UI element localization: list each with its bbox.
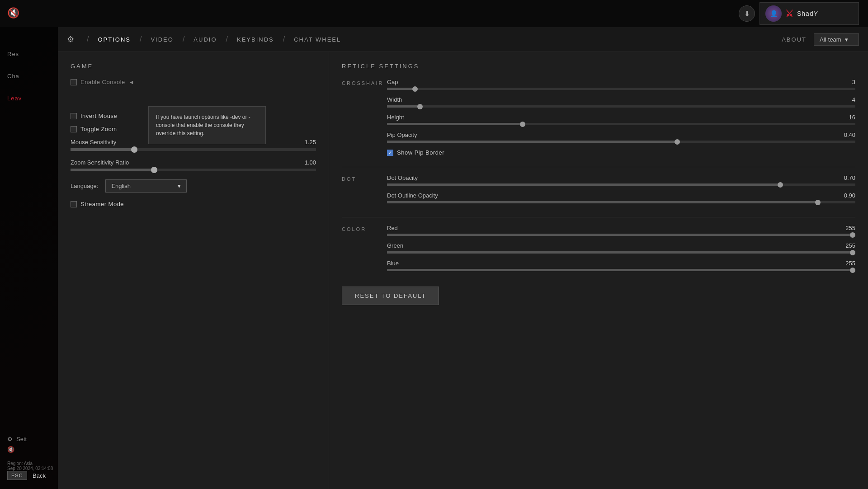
- gap-label: Gap: [387, 79, 398, 85]
- show-pip-border-row: ✓ Show Pip Border: [387, 149, 855, 156]
- red-track[interactable]: [387, 234, 855, 236]
- sidebar-settings[interactable]: ⚙ Sett: [7, 436, 52, 442]
- reset-to-default-button[interactable]: RESET TO DEFAULT: [342, 287, 439, 305]
- pip-opacity-value: 0.40: [844, 132, 855, 138]
- width-slider-row: Width 4: [387, 96, 855, 108]
- gap-track[interactable]: [387, 88, 855, 90]
- mouse-sensitivity-track[interactable]: [71, 148, 316, 151]
- user-emblem: ⚔: [785, 8, 793, 19]
- tab-options[interactable]: OPTIONS: [94, 34, 134, 45]
- streamer-mode-checkbox[interactable]: [71, 201, 77, 207]
- crosshair-controls: Gap 3 Width 4: [387, 79, 855, 160]
- region-info: Region: Asia Sep 20 2024, 02:14:08: [7, 461, 53, 471]
- width-label: Width: [387, 96, 402, 103]
- dot-section: DOT Dot Opacity 0.70: [342, 174, 855, 210]
- user-name: ShadY: [797, 10, 818, 17]
- nav-sep-2: /: [183, 35, 184, 43]
- sidebar-volume[interactable]: 🔇: [7, 446, 52, 453]
- width-track[interactable]: [387, 105, 855, 108]
- red-value: 255: [845, 225, 855, 231]
- sidebar-bottom: ⚙ Sett 🔇: [0, 436, 59, 453]
- divider-2: [342, 217, 855, 217]
- crosshair-section: CROSSHAIR Gap 3: [342, 79, 855, 160]
- green-label: Green: [387, 242, 403, 249]
- height-track[interactable]: [387, 123, 855, 125]
- content-area: GAME Enable Console ◄ If you have launch…: [58, 52, 868, 489]
- dot-outline-opacity-track[interactable]: [387, 201, 855, 203]
- width-value: 4: [852, 96, 855, 103]
- all-team-dropdown[interactable]: All-team ▾: [814, 33, 859, 46]
- pip-opacity-label: Pip Opacity: [387, 132, 417, 138]
- tooltip-box: If you have launch options like -dev or …: [148, 106, 266, 144]
- green-slider-row: Green 255: [387, 242, 855, 254]
- blue-track[interactable]: [387, 269, 855, 271]
- language-select[interactable]: English ▾: [105, 179, 187, 193]
- enable-console-checkbox[interactable]: [71, 79, 77, 85]
- red-slider-row: Red 255: [387, 225, 855, 236]
- mouse-sensitivity-label: Mouse Sensitivity: [71, 139, 116, 146]
- download-icon[interactable]: ⬇: [739, 5, 755, 22]
- color-controls: Red 255 Green 255: [387, 225, 855, 277]
- tab-video[interactable]: VIDEO: [147, 34, 177, 45]
- nav-sep-0: /: [87, 35, 89, 43]
- toggle-zoom-checkbox[interactable]: [71, 126, 77, 132]
- blue-slider-row: Blue 255: [387, 260, 855, 271]
- muted-icon[interactable]: 🔇: [7, 7, 19, 19]
- pip-opacity-track[interactable]: [387, 141, 855, 143]
- height-label: Height: [387, 114, 404, 121]
- crosshair-label: CROSSHAIR: [342, 79, 378, 154]
- zoom-sensitivity-slider-row: Zoom Sensitivity Ratio 1.00: [71, 159, 316, 171]
- enable-console-label: Enable Console: [80, 79, 125, 85]
- game-section-title: GAME: [71, 63, 316, 70]
- show-pip-border-checkbox[interactable]: ✓: [387, 150, 393, 156]
- avatar-inner: 👤: [765, 5, 782, 22]
- reticle-title: RETICLE SETTINGS: [342, 63, 855, 70]
- gap-value: 3: [852, 79, 855, 85]
- user-profile[interactable]: 👤 ⚔ ShadY: [760, 2, 859, 25]
- gap-slider-row: Gap 3: [387, 79, 855, 90]
- dot-controls: Dot Opacity 0.70 Dot Outline Opacity 0.9…: [387, 174, 855, 210]
- nav-sep-3: /: [226, 35, 228, 43]
- top-bar: ⬇ 👤 ⚔ ShadY: [0, 0, 868, 27]
- back-label[interactable]: Back: [33, 472, 46, 479]
- blue-label: Blue: [387, 260, 399, 267]
- dot-opacity-value: 0.70: [844, 174, 855, 181]
- height-value: 16: [849, 114, 855, 121]
- info-arrow-icon[interactable]: ◄: [129, 79, 134, 85]
- height-slider-row: Height 16: [387, 114, 855, 125]
- nav-sep-4: /: [283, 35, 285, 43]
- dot-outline-opacity-label: Dot Outline Opacity: [387, 192, 438, 199]
- about-link[interactable]: ABOUT: [782, 36, 807, 43]
- streamer-mode-label: Streamer Mode: [80, 201, 124, 207]
- blue-value: 255: [845, 260, 855, 267]
- language-label: Language:: [71, 183, 98, 189]
- nav-tabs: ⚙ / OPTIONS / VIDEO / AUDIO / KEYBINDS /…: [58, 27, 868, 52]
- dot-opacity-track[interactable]: [387, 183, 855, 186]
- dot-opacity-label: Dot Opacity: [387, 174, 418, 181]
- volume-icon: 🔇: [7, 446, 14, 453]
- tab-keybinds[interactable]: KEYBINDS: [233, 34, 278, 45]
- dot-outline-opacity-slider-row: Dot Outline Opacity 0.90: [387, 192, 855, 203]
- nav-sep-1: /: [140, 35, 142, 43]
- sidebar-item-cha[interactable]: Cha: [0, 67, 59, 85]
- main-panel: ⚙ / OPTIONS / VIDEO / AUDIO / KEYBINDS /…: [58, 27, 868, 489]
- esc-badge[interactable]: ESC: [7, 471, 27, 480]
- green-value: 255: [845, 242, 855, 249]
- language-value: English: [111, 183, 131, 189]
- enable-console-row: Enable Console ◄: [71, 79, 316, 85]
- options-left: GAME Enable Console ◄ If you have launch…: [58, 52, 329, 489]
- color-section: COLOR Red 255: [342, 225, 855, 277]
- zoom-sensitivity-value: 1.00: [305, 159, 316, 166]
- green-track[interactable]: [387, 251, 855, 254]
- settings-gear-icon[interactable]: ⚙: [67, 34, 74, 44]
- color-label: COLOR: [342, 225, 378, 272]
- zoom-sensitivity-track[interactable]: [71, 169, 316, 171]
- tab-audio[interactable]: AUDIO: [190, 34, 220, 45]
- invert-mouse-checkbox[interactable]: [71, 113, 77, 119]
- options-right: RETICLE SETTINGS CROSSHAIR Gap 3: [329, 52, 868, 489]
- tab-chat-wheel[interactable]: CHAT WHEEL: [290, 34, 344, 45]
- dot-label: DOT: [342, 174, 378, 204]
- pip-opacity-slider-row: Pip Opacity 0.40: [387, 132, 855, 143]
- sidebar-item-res[interactable]: Res: [0, 45, 59, 63]
- sidebar-item-leav[interactable]: Leav: [0, 89, 59, 107]
